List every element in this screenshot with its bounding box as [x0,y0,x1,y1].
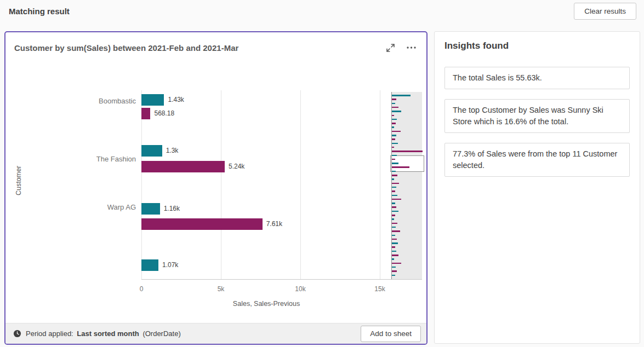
minimap-bar [392,175,397,176]
bar-sales-boombastic[interactable] [141,94,164,106]
minimap-bar [392,123,396,124]
minimap-bar [392,95,411,96]
minimap-bar [392,103,395,105]
gridline [380,90,380,279]
bar-chart: Customer Sales, Sales-Previous 05k10k15k… [5,57,426,323]
minimap-bar [392,235,395,236]
chart-card-footer: Period applied: Last sorted month (Order… [5,323,426,344]
minimap-bar [392,119,397,120]
x-tick-label: 10k [288,285,312,293]
minimap-bar [392,263,401,264]
minimap-bar [392,138,395,140]
period-field: (OrderDate) [143,329,180,338]
bar-sales-row4[interactable] [141,259,158,271]
bar-sales-warp-ag[interactable] [141,203,160,215]
minimap-axis-line [391,92,392,279]
minimap-bar [392,163,398,164]
bar-sales-previous-the-fashion[interactable] [141,161,225,172]
y-axis-title: Customer [15,153,22,208]
minimap-bar [392,187,396,188]
bar-sales-the-fashion[interactable] [141,145,162,157]
minimap-bar [392,199,401,200]
chart-scrollbar-minimap[interactable] [391,92,422,279]
minimap-bar [392,195,397,196]
bar-value-label: 1.43k [168,96,184,103]
minimap-bar [392,267,396,268]
category-label-warp-ag[interactable]: Warp AG [68,203,136,211]
minimap-bar [392,151,423,152]
minimap-bar [392,171,396,172]
x-axis-title: Sales, Sales-Previous [141,300,391,308]
page-title: Matching result [9,7,70,16]
minimap-bar [392,178,394,180]
minimap-bar [392,206,396,208]
clock-icon [13,329,21,338]
chart-card-header: Customer by sum(Sales) between 2021-Feb … [5,32,426,57]
minimap-bar [392,126,394,128]
minimap-bar [392,135,396,136]
minimap-bar [392,218,394,220]
bar-value-label: 5.24k [229,163,244,170]
minimap-bar [392,131,401,132]
add-to-sheet-button[interactable]: Add to sheet [361,326,421,342]
x-tick-label: 5k [209,285,233,293]
minimap-bar [392,255,398,256]
minimap-bar [392,251,396,252]
minimap-bar [392,107,398,108]
minimap-bar [392,239,397,240]
period-label: Period applied: [26,329,73,338]
insight-card-top-customer: The top Customer by Sales was Sunny Ski … [444,99,630,133]
minimap-bar [392,230,400,232]
minimap-bar [392,183,399,184]
period-applied-text: Period applied: Last sorted month (Order… [26,329,361,338]
insights-title: Insights found [444,41,630,51]
page: Matching result Clear results Customer b… [0,0,644,347]
bar-sales-previous-boombastic[interactable] [141,108,150,119]
expand-icon[interactable] [384,42,397,54]
clear-results-button[interactable]: Clear results [574,3,636,20]
chart-card[interactable]: Customer by sum(Sales) between 2021-Feb … [4,31,428,345]
minimap-bar [392,246,395,248]
category-label-boombastic[interactable]: Boombastic [68,97,136,105]
minimap-bar [392,147,394,148]
chart-title: Customer by sum(Sales) between 2021-Feb … [14,43,376,53]
minimap-bar [392,242,398,244]
minimap-bar [392,223,397,224]
minimap-bar [392,99,396,100]
gridline [221,90,221,279]
minimap-bar [392,155,397,157]
top-bar: Matching result Clear results [0,0,644,24]
bar-value-label: 1.07k [162,261,178,269]
minimap-bar [392,227,396,228]
minimap-bar [392,258,394,260]
insight-card-total-sales: The total Sales is 55.63k. [444,67,630,89]
bar-sales-previous-warp-ag[interactable] [141,218,263,230]
more-menu-icon[interactable] [404,42,418,54]
minimap-bar [392,159,395,160]
period-value: Last sorted month [77,329,139,338]
minimap-bar [392,166,409,168]
x-tick-label: 0 [129,285,153,293]
x-axis-line [141,279,422,280]
minimap-bar [392,270,397,272]
bar-value-label: 1.16k [164,205,180,212]
minimap-bar [392,215,395,216]
minimap-bar [392,115,394,117]
minimap-bar [392,111,401,112]
insights-panel: Insights found The total Sales is 55.63k… [434,31,640,344]
minimap-bar [392,203,395,204]
gridline [300,90,301,279]
bar-value-label: 1.3k [166,147,179,154]
category-label-the-fashion[interactable]: The Fashion [68,155,136,163]
x-tick-label: 15k [368,285,392,293]
bar-value-label: 568.18 [154,109,174,117]
minimap-bar [392,143,398,144]
bar-value-label: 7.61k [266,220,282,228]
minimap-bar [392,190,395,192]
minimap-bar [392,275,395,276]
minimap-bar [392,211,398,212]
insight-card-top-11: 77.3% of Sales were from the top 11 Cust… [444,143,630,177]
